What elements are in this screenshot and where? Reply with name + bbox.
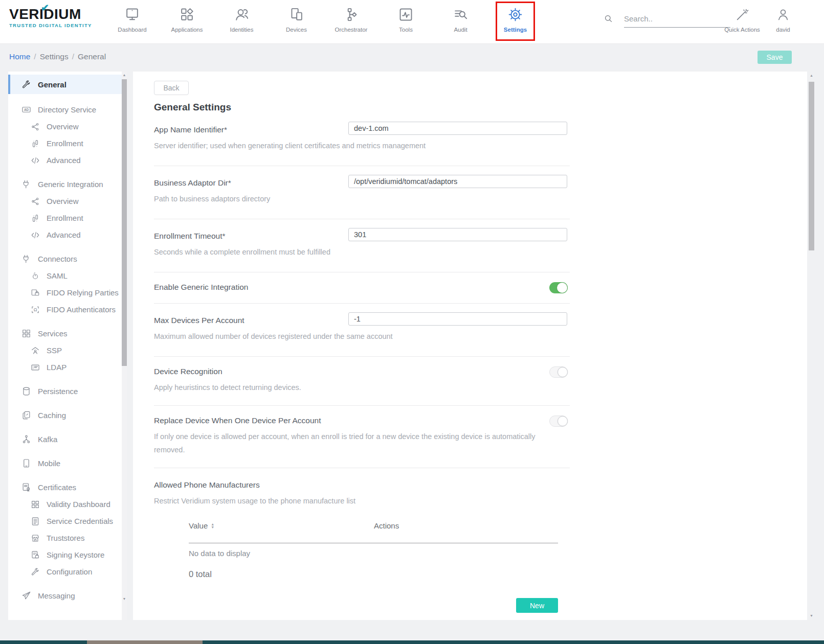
app-name-identifier-input[interactable] [348,122,567,135]
svg-text:Ω: Ω [34,307,37,312]
sidebar-item-validity-dashboard[interactable]: Validity Dashboard [8,496,127,513]
form-row-allowed-phone-manufacturers: Allowed Phone ManufacturersRestrict Veri… [154,468,570,620]
nav-item-settings[interactable]: Settings [488,3,543,33]
sidebar-item-label: Directory Service [38,105,96,114]
applications-icon [160,3,214,26]
settings-content-panel: Back General Settings App Name Identifie… [133,72,807,620]
sidebar-item-signing-keystore[interactable]: Signing Keystore [8,546,127,563]
sidebar-scrollbar[interactable]: ▲ ▼ [122,72,127,620]
sidebar-item-truststores[interactable]: Truststores [8,530,127,546]
sidebar-item-fido-relying-parties[interactable]: FIDO Relying Parties [8,284,127,301]
paper-plane-icon [21,591,31,601]
grid-icon [21,329,31,338]
sidebar-item-directory-service[interactable]: ADDirectory Service [8,101,127,118]
replace-device-when-one-device-per-account-toggle[interactable] [549,416,568,427]
max-devices-per-account-input[interactable] [348,312,567,326]
field-help: Server identifier; used when generating … [154,139,554,152]
sidebar-item-service-credentials[interactable]: Service Credentials [8,513,127,530]
plug-icon [21,254,31,264]
nav-item-label: Settings [488,27,543,33]
content-scrollbar-thumb[interactable] [809,82,814,250]
scroll-up-icon[interactable]: ▲ [122,73,127,78]
magic-wand-icon [722,4,762,26]
sidebar-item-generic-integration[interactable]: Generic Integration [8,176,127,193]
enrollment-timeout-input[interactable] [348,228,567,241]
sidebar-item-ssp[interactable]: SSP [8,342,127,359]
nav-item-dashboard[interactable]: Dashboard [105,3,160,33]
enrollment-icon [31,139,40,148]
business-adaptor-dir-input[interactable] [348,175,567,188]
bottom-edge-segment [87,640,203,644]
sidebar-item-overview[interactable]: Overview [8,118,127,135]
nav-item-label: Dashboard [105,27,160,33]
keystore-icon [31,550,40,560]
sidebar-item-ldap[interactable]: LDAP [8,359,127,376]
search-input[interactable] [624,10,730,28]
database-icon [21,386,31,396]
sidebar-item-saml[interactable]: SAML [8,267,127,284]
nav-item-identities[interactable]: Identities [214,3,269,33]
enable-generic-integration-toggle[interactable] [549,282,568,293]
sidebar-item-label: Kafka [38,435,57,444]
nav-item-tools[interactable]: Tools [378,3,433,33]
nav-item-orchestrator[interactable]: Orchestrator [324,3,378,33]
sidebar-item-label: Certificates [38,483,76,492]
sidebar-item-advanced[interactable]: Advanced [8,226,127,243]
user-icon [768,4,798,26]
save-button[interactable]: Save [758,51,792,64]
sidebar-item-label: Service Credentials [47,517,113,525]
form-row-enable-generic-integration: Enable Generic Integration [154,272,570,304]
field-help: If only one device is allowed per accoun… [154,430,554,456]
scroll-up-icon[interactable]: ▲ [808,73,815,78]
form-row-app-name-identifier: App Name Identifier*Server identifier; u… [154,113,570,166]
sidebar-item-enrollment[interactable]: Enrollment [8,210,127,226]
sidebar-scrollbar-thumb[interactable] [122,79,127,366]
person-home-icon [31,346,40,355]
back-button[interactable]: Back [154,81,189,95]
breadcrumb: Home/Settings/General [9,52,106,61]
nav-item-audit[interactable]: Audit [433,3,488,33]
sidebar-item-configuration[interactable]: Configuration [8,563,127,580]
scroll-down-icon[interactable]: ▼ [122,596,127,602]
svg-text:AD: AD [24,108,29,111]
breadcrumb-item-home[interactable]: Home [9,52,30,61]
sidebar-item-fido-authenticators[interactable]: ΩFIDO Authenticators [8,301,127,318]
kafka-icon [21,434,31,444]
sidebar-item-label: Overview [47,122,79,131]
new-button[interactable]: New [516,598,558,613]
sidebar-item-certificates[interactable]: Certificates [8,479,127,496]
sidebar-item-caching[interactable]: Caching [8,407,127,424]
sidebar-item-services[interactable]: Services [8,325,127,342]
nav-item-devices[interactable]: Devices [269,3,324,33]
quick-actions-label: Quick Actions [722,27,762,33]
device-lock-icon [31,288,40,297]
sidebar-item-enrollment[interactable]: Enrollment [8,135,127,152]
sidebar-item-label: SAML [47,271,68,280]
sidebar-item-label: Messaging [38,591,75,600]
audit-icon [433,3,488,26]
sidebar-item-general[interactable]: General [8,75,127,94]
sidebar-item-label: Mobile [38,459,60,468]
field-help: Seconds while a complete enrollment must… [154,245,554,259]
form-row-max-devices-per-account: Max Devices Per AccountMaximum allowed n… [154,304,570,357]
form-row-device-recognition: Device RecognitionApply heuristincs to d… [154,357,570,406]
sidebar-item-mobile[interactable]: Mobile [8,455,127,472]
quick-actions-button[interactable]: Quick Actions [722,4,762,33]
code-icon [31,231,40,240]
breadcrumb-item-settings[interactable]: Settings [40,52,69,61]
sidebar-item-messaging[interactable]: Messaging [8,587,127,604]
column-header-value[interactable]: Value▲▼ [189,521,374,530]
sidebar-item-kafka[interactable]: Kafka [8,431,127,448]
sidebar-item-overview[interactable]: Overview [8,193,127,210]
nav-item-applications[interactable]: Applications [160,3,214,33]
device-recognition-toggle[interactable] [549,366,568,378]
content-scrollbar[interactable]: ▲ ▼ [808,72,815,620]
sidebar-item-persistence[interactable]: Persistence [8,383,127,400]
sidebar-item-label: Enrollment [47,214,83,222]
brand-logo[interactable]: VERIDIUM ✔ TRUSTED DIGITAL IDENTITY [9,7,96,28]
sort-desc-icon[interactable]: ▼ [211,526,214,529]
scroll-down-icon[interactable]: ▼ [808,613,815,618]
sidebar-item-advanced[interactable]: Advanced [8,152,127,169]
sidebar-item-connectors[interactable]: Connectors [8,250,127,267]
user-menu[interactable]: david [768,4,798,33]
